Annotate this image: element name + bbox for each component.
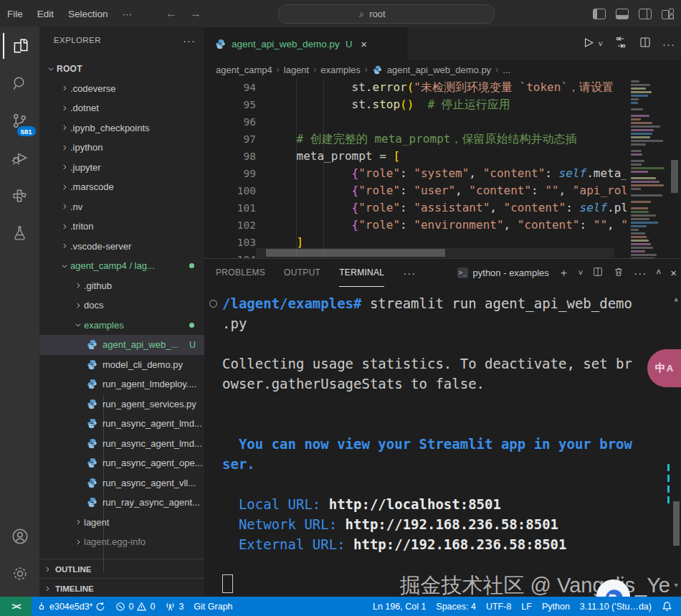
editor-horizontal-scrollbar[interactable] (256, 248, 614, 257)
maximize-panel-icon[interactable]: ˄ (656, 267, 661, 278)
breadcrumb-item[interactable]: agent_camp4 (216, 65, 272, 75)
close-panel-icon[interactable]: × (670, 267, 677, 279)
toggle-panel-icon[interactable] (616, 9, 629, 19)
tree-item[interactable]: model_cli_demo.py (39, 355, 204, 375)
breadcrumb-item[interactable]: lagent (284, 65, 309, 75)
panel-tabs-more-icon[interactable]: ··· (403, 267, 416, 279)
tree-item[interactable]: run_async_agent_lmd... (39, 434, 204, 454)
breadcrumb-item[interactable]: agent_api_web_demo.py (387, 65, 491, 75)
tree-item[interactable]: run_ray_async_agent... (39, 493, 204, 513)
split-terminal-icon[interactable] (592, 266, 604, 280)
ports-item[interactable]: 3 (160, 597, 189, 616)
command-search-box[interactable]: ⌕ (278, 4, 495, 24)
interpreter-item[interactable]: 3.11.10 ('Stu…da) (575, 597, 657, 616)
code-editor[interactable]: 94 st.error("未检测到环境变量 `token`，请设置95 st.s… (204, 79, 627, 258)
tree-item[interactable]: run_async_agent_vll... (39, 473, 204, 493)
terminal[interactable]: /lagent/examples# streamlit run agent_ap… (204, 286, 681, 597)
tree-item[interactable]: agent_api_web_...U (39, 335, 204, 355)
tree-item[interactable]: examples (39, 316, 204, 336)
git-graph-item[interactable]: Git Graph (189, 597, 237, 616)
eol-item[interactable]: LF (516, 597, 537, 616)
notifications-bell-icon[interactable] (657, 597, 681, 616)
terminal-dropdown-icon[interactable]: ˅ (578, 268, 583, 277)
cursor-position-item[interactable]: Ln 196, Col 1 (368, 597, 431, 616)
tree-item[interactable]: run_agent_services.py (39, 394, 204, 414)
scroll-down-icon[interactable]: ▼ (675, 575, 678, 595)
customize-layout-icon[interactable] (662, 9, 674, 19)
tab-terminal[interactable]: TERMINAL (339, 259, 384, 287)
remote-indicator[interactable]: >< (0, 597, 32, 616)
tab-close-icon[interactable]: × (361, 38, 367, 50)
run-debug-icon[interactable] (3, 139, 37, 176)
terminal-instance-select[interactable]: >_ python - examples (457, 267, 549, 278)
tree-item[interactable]: .nv (39, 197, 204, 217)
command-decoration-icon[interactable] (209, 300, 217, 308)
tab-output[interactable]: OUTPUT (284, 259, 320, 286)
search-view-icon[interactable] (3, 65, 37, 102)
new-terminal-icon[interactable]: ＋ (558, 266, 569, 280)
tree-item[interactable]: run_async_agent_lmd... (39, 414, 204, 434)
outline-section[interactable]: OUTLINE (39, 559, 204, 579)
tree-item[interactable]: .jupyter (39, 158, 204, 178)
tree-item[interactable]: .ipython (39, 138, 204, 158)
search-input[interactable] (368, 8, 414, 20)
tab-agent-api-web-demo[interactable]: agent_api_web_demo.py U × (204, 27, 407, 60)
menu-file[interactable]: File (0, 9, 30, 19)
translate-fab[interactable]: 中 A (647, 349, 681, 387)
terminal-line: You can now view your Streamlit app in y… (222, 434, 671, 454)
editor-more-icon[interactable]: ··· (662, 38, 675, 50)
settings-gear-icon[interactable] (3, 555, 37, 592)
tree-item[interactable]: .marscode (39, 177, 204, 197)
tree-item[interactable]: lagent.egg-info (39, 532, 204, 552)
tree-item[interactable]: docs (39, 295, 204, 316)
git-branch-item[interactable]: e304e5d3* (32, 597, 110, 616)
tab-problems[interactable]: PROBLEMS (216, 259, 265, 286)
explorer-more-icon[interactable]: ··· (183, 34, 196, 47)
scroll-up-icon[interactable]: ▲ (675, 289, 678, 309)
account-icon[interactable] (3, 518, 37, 555)
menu-edit[interactable]: Edit (30, 9, 61, 19)
toggle-sidebar-icon[interactable] (593, 9, 606, 19)
split-editor-icon[interactable] (639, 36, 652, 52)
menu-selection[interactable]: Selection (61, 9, 115, 19)
panel-more-icon[interactable]: ··· (634, 267, 647, 279)
tree-item[interactable]: run_agent_lmdeploy.... (39, 374, 204, 394)
scrollbar-thumb[interactable] (266, 249, 445, 257)
tree-item[interactable]: .dotnet (39, 98, 204, 118)
python-file-icon (86, 478, 98, 488)
terminal-scrollbar-thumb[interactable] (673, 501, 680, 546)
toggle-secondary-sidebar-icon[interactable] (639, 9, 652, 19)
extensions-icon[interactable] (3, 176, 37, 214)
tree-item[interactable]: ROOT (39, 59, 204, 79)
tree-item[interactable]: .github (39, 276, 204, 296)
tree-item[interactable]: .codeverse (39, 79, 204, 99)
tree-item[interactable]: .vscode-server (39, 237, 204, 257)
breadcrumb-item[interactable]: ... (503, 65, 510, 75)
tree-item[interactable]: run_async_agent_ope... (39, 453, 204, 473)
editor-vertical-scrollbar[interactable] (670, 79, 680, 258)
tree-item[interactable]: lagent (39, 513, 204, 533)
language-item[interactable]: Python (537, 597, 575, 616)
indentation-item[interactable]: Spaces: 4 (431, 597, 481, 616)
menu-more[interactable]: ··· (115, 9, 140, 19)
back-arrow-icon[interactable]: ← (159, 7, 184, 20)
testing-icon[interactable] (3, 214, 37, 251)
minimap[interactable] (627, 79, 668, 258)
forward-arrow-icon[interactable]: → (184, 7, 208, 20)
tree-item[interactable]: agent_camp4 / lag... (39, 256, 204, 276)
run-dropdown-icon[interactable]: ˅ (599, 39, 603, 48)
code-line: 100 {"role": "user", "content": "", "api… (204, 182, 627, 199)
timeline-section[interactable]: TIMELINE (39, 578, 204, 598)
source-control-icon[interactable]: 581 (3, 102, 37, 139)
run-python-file-icon[interactable] (581, 36, 595, 52)
tree-item[interactable]: .ipynb_checkpoints (39, 118, 204, 138)
problems-item[interactable]: 0 0 (110, 597, 160, 616)
sync-icon[interactable] (95, 602, 105, 612)
open-changes-icon[interactable] (614, 35, 628, 52)
scrollbar-thumb[interactable] (671, 160, 678, 193)
tree-item[interactable]: .triton (39, 217, 204, 237)
encoding-item[interactable]: UTF-8 (481, 597, 516, 616)
kill-terminal-icon[interactable] (613, 266, 624, 280)
explorer-icon[interactable] (3, 27, 37, 65)
breadcrumb-item[interactable]: examples (320, 65, 361, 75)
